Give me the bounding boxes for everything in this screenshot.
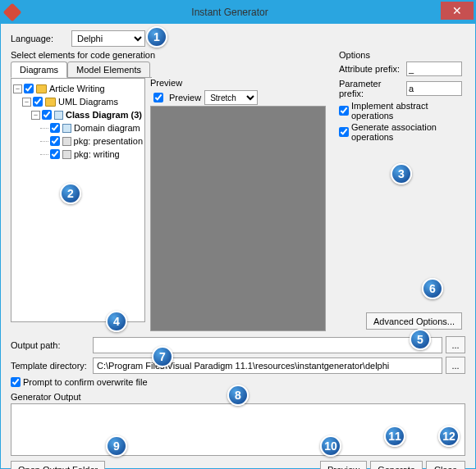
tree-checkbox[interactable]: [50, 136, 60, 146]
tree-checkbox[interactable]: [50, 123, 60, 133]
preview-mode-select[interactable]: Stretch: [204, 90, 258, 105]
preview-button[interactable]: Preview: [320, 461, 367, 469]
titlebar: Instant Generator ✕: [1, 1, 475, 24]
generator-output-box: [11, 403, 465, 456]
element-tree[interactable]: −Article Writing −UML Diagrams −Class Di…: [11, 78, 145, 322]
expander-icon[interactable]: −: [22, 98, 31, 107]
window-title: Instant Generator: [19, 7, 441, 18]
select-elements-label: Select elements for code generation: [11, 50, 331, 60]
template-dir-input[interactable]: [93, 357, 442, 374]
tab-model-elements[interactable]: Model Elements: [67, 61, 150, 78]
tree-label: Article Writing: [49, 84, 105, 93]
tree-checkbox[interactable]: [33, 97, 43, 107]
expander-icon[interactable]: −: [13, 84, 22, 93]
tree-checkbox[interactable]: [50, 149, 60, 159]
gen-assoc-checkbox[interactable]: [339, 127, 349, 137]
language-select[interactable]: Delphi: [71, 30, 145, 47]
attr-prefix-label: Attribute prefix:: [339, 64, 406, 74]
impl-abstract-checkbox[interactable]: [339, 106, 349, 116]
folder-icon: [45, 98, 56, 107]
output-path-browse-button[interactable]: ...: [446, 336, 465, 353]
generate-button[interactable]: Generate: [370, 461, 423, 469]
preview-checkbox[interactable]: [153, 93, 163, 102]
advanced-options-button[interactable]: Advanced Options...: [366, 312, 462, 330]
package-icon: [62, 150, 71, 159]
output-path-input[interactable]: [93, 337, 442, 353]
param-prefix-label: Parameter prefix:: [339, 79, 406, 98]
folder-icon: [36, 84, 47, 93]
diagram-icon: [62, 124, 71, 133]
impl-abstract-label: Implement abstract operations: [351, 101, 462, 121]
tree-label: pkg: presentation: [74, 136, 143, 146]
gen-assoc-label: Generate association operations: [351, 122, 462, 142]
tree-label: Domain diagram: [74, 123, 140, 133]
template-dir-browse-button[interactable]: ...: [446, 357, 465, 374]
instant-generator-window: Instant Generator ✕ Language: Delphi Sel…: [0, 0, 476, 469]
prompt-overwrite-checkbox[interactable]: [11, 377, 21, 387]
tree-label: Class Diagram (3): [66, 110, 142, 120]
close-icon[interactable]: ✕: [441, 2, 474, 20]
preview-checkbox-label: Preview: [169, 93, 201, 102]
prompt-overwrite-label: Prompt to confirm overwrite file: [23, 377, 148, 387]
tree-checkbox[interactable]: [42, 110, 52, 120]
output-path-label: Output path:: [11, 340, 93, 350]
options-label: Options: [339, 50, 462, 60]
preview-area: [150, 106, 326, 331]
package-icon: [62, 137, 71, 146]
template-dir-label: Template directory:: [11, 361, 93, 371]
generator-output-label: Generator Output: [11, 392, 465, 402]
tree-label: UML Diagrams: [58, 97, 118, 107]
close-button[interactable]: Close: [426, 461, 465, 469]
open-output-folder-button[interactable]: Open Output Folder: [11, 461, 105, 469]
expander-icon[interactable]: −: [31, 111, 40, 120]
tree-checkbox[interactable]: [24, 84, 34, 93]
param-prefix-input[interactable]: [406, 81, 462, 96]
preview-label: Preview: [150, 78, 329, 88]
tree-label: pkg: writing: [74, 149, 120, 159]
diagram-icon: [54, 111, 63, 120]
language-label: Language:: [11, 34, 68, 43]
attr-prefix-input[interactable]: [406, 61, 462, 76]
tab-diagrams[interactable]: Diagrams: [11, 61, 67, 78]
